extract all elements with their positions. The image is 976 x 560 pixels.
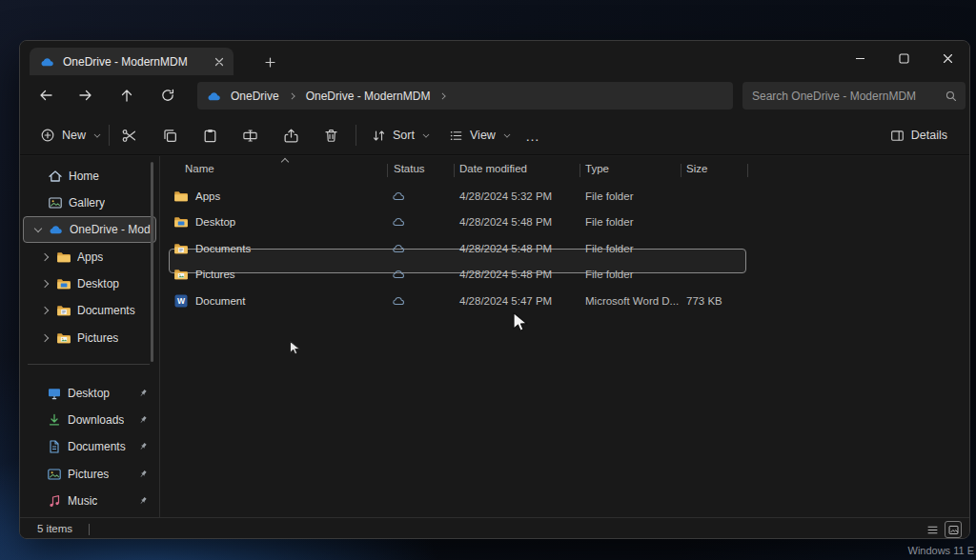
sidebar-scrollbar[interactable] bbox=[151, 162, 153, 362]
folder-icon bbox=[173, 189, 189, 204]
maximize-button[interactable] bbox=[882, 41, 925, 75]
sidebar-item-home[interactable]: Home bbox=[23, 163, 156, 190]
back-button[interactable] bbox=[30, 81, 62, 110]
sidebar-item-desktop-pinned[interactable]: Desktop bbox=[23, 380, 156, 407]
details-pane-icon bbox=[890, 129, 905, 143]
file-date: 4/28/2024 5:48 PM bbox=[459, 216, 552, 228]
view-button[interactable]: View bbox=[440, 121, 520, 150]
tab-onedrive-modernmdm[interactable]: OneDrive - ModernMDM bbox=[30, 48, 234, 75]
onedrive-cloud-icon bbox=[207, 89, 222, 104]
column-header-status[interactable]: Status bbox=[394, 163, 425, 174]
file-name: Documents bbox=[195, 243, 251, 254]
tab-bar: OneDrive - ModernMDM bbox=[20, 41, 969, 75]
document-icon bbox=[47, 439, 62, 454]
file-row-documents-selected[interactable]: Documents 4/28/2024 5:48 PM File folder bbox=[160, 235, 962, 262]
pictures-folder-icon bbox=[56, 330, 71, 346]
cut-button[interactable] bbox=[112, 121, 146, 150]
desktop: OneDrive - ModernMDM bbox=[0, 0, 976, 560]
column-divider[interactable] bbox=[580, 164, 580, 177]
chevron-down-icon[interactable] bbox=[33, 225, 43, 234]
file-type: File folder bbox=[585, 243, 634, 254]
sidebar-item-downloads-pinned[interactable]: Downloads bbox=[23, 407, 156, 433]
delete-button[interactable] bbox=[314, 121, 348, 150]
sidebar-item-apps[interactable]: Apps bbox=[23, 244, 156, 270]
cloud-status-icon bbox=[392, 293, 406, 308]
sidebar-item-label: Downloads bbox=[68, 413, 124, 427]
sidebar-item-pictures-pinned[interactable]: Pictures bbox=[23, 461, 156, 488]
details-view-toggle-icon[interactable] bbox=[924, 521, 941, 538]
view-toggles bbox=[924, 521, 962, 538]
cloud-status-icon bbox=[392, 189, 406, 203]
breadcrumb-item-onedrive[interactable]: OneDrive bbox=[231, 90, 279, 103]
column-divider[interactable] bbox=[387, 164, 388, 177]
chevron-right-icon[interactable] bbox=[41, 279, 51, 289]
sidebar-item-desktop[interactable]: Desktop bbox=[23, 270, 156, 297]
sidebar-item-documents[interactable]: Documents bbox=[23, 297, 156, 324]
more-options-button[interactable]: … bbox=[516, 121, 550, 150]
chevron-right-icon[interactable] bbox=[41, 252, 51, 262]
breadcrumb-item-current[interactable]: OneDrive - ModernMDM bbox=[306, 90, 431, 103]
column-header-type[interactable]: Type bbox=[585, 163, 609, 174]
breadcrumb: OneDrive OneDrive - ModernMDM bbox=[197, 82, 733, 110]
window-controls bbox=[838, 41, 969, 75]
view-button-label: View bbox=[470, 129, 496, 142]
column-divider[interactable] bbox=[454, 164, 455, 177]
sidebar-item-label: Pictures bbox=[68, 468, 109, 481]
chevron-right-icon[interactable] bbox=[41, 306, 51, 315]
copy-button[interactable] bbox=[152, 121, 187, 150]
chevron-down-icon bbox=[422, 131, 430, 139]
chevron-right-icon[interactable] bbox=[289, 92, 296, 100]
details-pane-label: Details bbox=[911, 129, 947, 142]
sidebar-item-onedrive[interactable]: OneDrive - Mod bbox=[23, 216, 156, 243]
pin-icon bbox=[137, 495, 149, 507]
sidebar-item-documents-pinned[interactable]: Documents bbox=[23, 433, 156, 460]
windows-watermark: Windows 11 E bbox=[908, 545, 975, 556]
new-tab-button[interactable] bbox=[258, 51, 281, 72]
picture-icon bbox=[47, 467, 62, 482]
pin-icon bbox=[137, 469, 149, 480]
sidebar-item-label: Music bbox=[68, 494, 97, 508]
rename-button[interactable] bbox=[233, 121, 267, 150]
file-row-pictures[interactable]: Pictures 4/28/2024 5:48 PM File folder bbox=[160, 262, 962, 289]
column-header-name[interactable]: Name bbox=[185, 163, 214, 174]
sidebar-item-pictures[interactable]: Pictures bbox=[23, 325, 156, 351]
thumbnail-view-toggle-icon[interactable] bbox=[945, 521, 962, 538]
up-button[interactable] bbox=[111, 81, 143, 110]
column-divider[interactable] bbox=[681, 164, 681, 177]
sidebar-item-music-pinned[interactable]: Music bbox=[23, 488, 156, 514]
chevron-right-icon[interactable] bbox=[41, 333, 51, 343]
forward-button[interactable] bbox=[70, 81, 102, 110]
column-header-size[interactable]: Size bbox=[686, 163, 707, 174]
sidebar-item-gallery[interactable]: Gallery bbox=[23, 190, 156, 216]
sort-ascending-icon bbox=[280, 156, 289, 165]
file-name: Apps bbox=[195, 190, 220, 202]
sort-button[interactable]: Sort bbox=[363, 121, 439, 150]
navigation-bar: OneDrive OneDrive - ModernMDM Search One… bbox=[20, 75, 969, 115]
file-type: File folder bbox=[585, 216, 634, 228]
file-list: Name Status Date modified Type Size bbox=[160, 156, 969, 517]
paste-button[interactable] bbox=[193, 121, 227, 150]
folder-icon bbox=[56, 250, 71, 265]
sort-arrows-icon bbox=[372, 129, 386, 143]
view-list-icon bbox=[449, 129, 463, 143]
new-button[interactable]: New bbox=[31, 121, 111, 150]
column-header-date[interactable]: Date modified bbox=[459, 163, 527, 174]
file-row-apps[interactable]: Apps 4/28/2024 5:32 PM File folder bbox=[160, 183, 962, 210]
file-row-document[interactable]: W Document 4/28/2024 5:47 PM Microsoft W… bbox=[160, 288, 962, 314]
close-button[interactable] bbox=[925, 41, 969, 75]
sidebar-item-label: Home bbox=[69, 170, 99, 183]
file-row-desktop[interactable]: Desktop 4/28/2024 5:48 PM File folder bbox=[160, 210, 962, 236]
share-button[interactable] bbox=[274, 121, 308, 150]
details-pane-button[interactable]: Details bbox=[882, 121, 956, 150]
chevron-right-icon[interactable] bbox=[439, 92, 447, 100]
minimize-button[interactable] bbox=[838, 41, 882, 75]
documents-folder-icon bbox=[56, 303, 71, 318]
column-divider[interactable] bbox=[747, 164, 748, 177]
documents-folder-icon bbox=[173, 241, 189, 256]
close-tab-icon[interactable] bbox=[211, 53, 228, 70]
status-divider bbox=[89, 524, 90, 535]
new-button-label: New bbox=[62, 129, 86, 142]
search-box[interactable]: Search OneDrive - ModernMDM bbox=[742, 82, 966, 110]
file-name: Desktop bbox=[195, 216, 235, 228]
refresh-button[interactable] bbox=[152, 81, 184, 110]
